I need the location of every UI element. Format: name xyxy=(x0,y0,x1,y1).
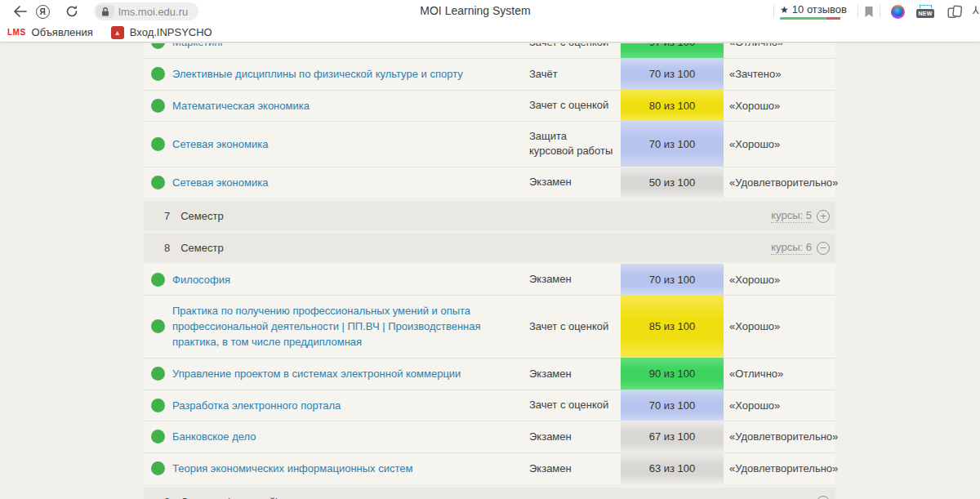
table-row: Элективные дисциплины по физической куль… xyxy=(144,58,835,90)
semester-header-row: 8 Семестр курсы: 6 − xyxy=(144,234,835,262)
status-dot-icon xyxy=(151,67,165,81)
exam-type: Зачёт xyxy=(529,67,621,82)
status-dot-icon xyxy=(151,319,165,333)
status-dot-icon xyxy=(151,137,165,151)
status-dot-icon xyxy=(151,99,165,113)
lms-favicon: LMS xyxy=(7,28,26,37)
grade-label: «Удовлетворительно» xyxy=(724,176,838,189)
exam-type: Экзамен xyxy=(529,175,621,189)
score-badge: 70 из 100 xyxy=(621,121,724,167)
divider xyxy=(773,5,774,18)
exam-type: Экзамен xyxy=(529,430,621,444)
reload-icon[interactable] xyxy=(64,3,80,20)
grade-label: «Хорошо» xyxy=(724,100,835,112)
score-badge: 85 из 100 xyxy=(621,295,724,358)
table-row: Практика по получению профессиональных у… xyxy=(144,295,835,358)
semester-label: Семестр xyxy=(180,210,223,222)
table-row: Разработка электронного портала Зачет с … xyxy=(144,390,835,421)
page-content: Маркетинг Зачет с оценкой 97 из 100 «Отл… xyxy=(0,43,980,499)
score-badge: 70 из 100 xyxy=(621,58,724,90)
courses-count-link[interactable]: курсы: 6 xyxy=(771,241,812,255)
toolbar-right-cluster: ★ 10 отзывов NEW ⅄ xyxy=(768,0,980,23)
back-icon[interactable] xyxy=(11,3,28,20)
course-link[interactable]: Элективные дисциплины по физической куль… xyxy=(172,66,529,82)
exam-type: Защита курсовой работы xyxy=(529,129,621,158)
ssl-lock-icon[interactable] xyxy=(96,5,114,18)
exam-type: Экзамен xyxy=(529,367,621,381)
semester-number: 9 xyxy=(164,496,170,499)
courses-count-link[interactable]: курсы: 5 xyxy=(771,209,812,223)
expand-icon[interactable]: + xyxy=(817,210,830,223)
table-row: Управление проектом в системах электронн… xyxy=(144,358,835,390)
page-title: MOI Learning System xyxy=(420,4,530,17)
semester-number: 8 xyxy=(164,242,170,254)
status-dot-icon xyxy=(151,430,165,443)
exam-type: Зачет с оценкой xyxy=(529,398,621,412)
course-link[interactable]: Практика по получению профессиональных у… xyxy=(172,303,529,350)
status-dot-icon xyxy=(151,273,165,287)
status-dot-icon xyxy=(151,176,165,189)
table-row: Банковское дело Экзамен 67 из 100 «Удовл… xyxy=(144,421,835,452)
clipped-edge-icon[interactable]: ⅄ xyxy=(973,4,980,19)
status-dot-icon xyxy=(151,43,165,49)
yandex-browser-icon[interactable]: Я xyxy=(34,3,51,20)
score-badge: 90 из 100 xyxy=(621,358,724,390)
score-badge: 97 из 100 xyxy=(621,43,724,58)
extension-globe-icon[interactable] xyxy=(891,5,905,19)
site-reviews-button[interactable]: ★ 10 отзывов xyxy=(780,3,847,20)
bookmark-inpsycho-login[interactable]: ▲ Вход.INPSYCHO xyxy=(111,26,212,39)
score-badge: 63 из 100 xyxy=(621,452,724,484)
course-link[interactable]: Сетевая экономика xyxy=(172,175,529,190)
grade-label: «Хорошо» xyxy=(724,138,835,150)
exam-type: Экзамен xyxy=(529,272,621,287)
expand-icon[interactable]: + xyxy=(817,496,830,499)
grade-label: «Зачтено» xyxy=(724,68,835,80)
url-text: lms.moi.edu.ru xyxy=(118,6,188,18)
course-link[interactable]: Управление проектом в системах электронн… xyxy=(172,366,529,381)
courses-count-link[interactable]: курсы: xyxy=(780,495,812,499)
status-dot-icon xyxy=(151,461,165,475)
bookmark-announcements[interactable]: LMS Объявления xyxy=(7,26,93,38)
course-link[interactable]: Философия xyxy=(172,272,529,287)
star-icon: ★ xyxy=(780,4,789,16)
divider xyxy=(858,5,858,18)
address-bar[interactable]: lms.moi.edu.ru xyxy=(94,2,198,20)
exam-type: Экзамен xyxy=(529,461,621,476)
table-row: Теория экономических информационных сист… xyxy=(144,452,835,484)
exam-type: Зачет с оценкой xyxy=(529,43,621,50)
semester-header-row-clipped: 9 Семестр (итоговый) курсы: + xyxy=(144,488,835,499)
grade-label: «Отлично» xyxy=(724,43,835,48)
new-badge: NEW xyxy=(916,9,934,18)
inpsycho-favicon: ▲ xyxy=(111,26,124,39)
grade-label: «Хорошо» xyxy=(724,399,835,412)
grade-label: «Хорошо» xyxy=(724,320,835,332)
grade-label: «Отлично» xyxy=(724,368,835,380)
browser-toolbar: Я lms.moi.edu.ru MOI Learning System ★ 1… xyxy=(0,0,980,23)
course-link[interactable]: Математическая экономика xyxy=(172,98,529,114)
course-link[interactable]: Теория экономических информационных сист… xyxy=(172,461,529,476)
new-extension-icon[interactable]: NEW xyxy=(915,5,935,18)
rating-bar xyxy=(780,17,847,20)
semester-number: 7 xyxy=(164,210,170,222)
semester-label: Семестр xyxy=(180,242,223,254)
table-row: Философия Экзамен 70 из 100 «Хорошо» xyxy=(144,264,835,295)
status-dot-icon xyxy=(151,367,165,381)
collections-icon[interactable] xyxy=(947,5,963,19)
divider xyxy=(880,5,880,18)
course-link[interactable]: Разработка электронного портала xyxy=(172,398,529,413)
score-badge: 80 из 100 xyxy=(621,90,724,121)
table-row: Маркетинг Зачет с оценкой 97 из 100 «Отл… xyxy=(144,43,835,58)
score-badge: 70 из 100 xyxy=(621,264,724,295)
collapse-icon[interactable]: − xyxy=(817,242,830,255)
grade-label: «Удовлетворительно» xyxy=(724,462,838,474)
course-link[interactable]: Банковское дело xyxy=(172,429,529,444)
bookmarks-bar: LMS Объявления ▲ Вход.INPSYCHO xyxy=(0,23,980,42)
course-link[interactable]: Сетевая экономика xyxy=(172,136,529,152)
bookmark-flag-icon[interactable] xyxy=(864,6,874,18)
grades-table: Маркетинг Зачет с оценкой 97 из 100 «Отл… xyxy=(144,43,835,499)
table-row: Математическая экономика Зачет с оценкой… xyxy=(144,90,835,121)
course-link[interactable]: Маркетинг xyxy=(172,43,529,50)
semester-label: Семестр (итоговый) xyxy=(180,496,278,499)
grade-label: «Удовлетворительно» xyxy=(724,430,838,443)
table-row: Сетевая экономика Экзамен 50 из 100 «Удо… xyxy=(144,167,835,198)
